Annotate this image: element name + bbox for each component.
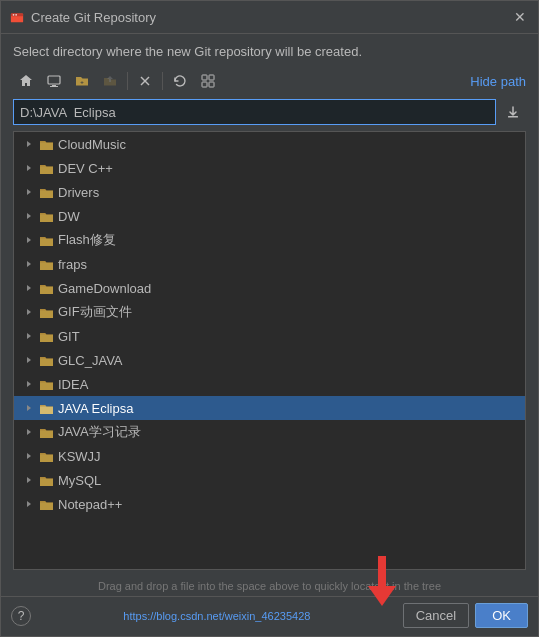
tree-item[interactable]: JAVA Eclipsa — [14, 396, 525, 420]
drag-hint: Drag and drop a file into the space abov… — [13, 576, 526, 596]
folder-icon — [38, 376, 54, 392]
folder-icon — [38, 136, 54, 152]
close-button[interactable]: ✕ — [510, 7, 530, 27]
folder-icon — [38, 328, 54, 344]
chevron-icon — [22, 377, 36, 391]
toolbar-separator-2 — [162, 72, 163, 90]
tree-item[interactable]: DEV C++ — [14, 156, 525, 180]
chevron-icon — [22, 161, 36, 175]
svg-point-2 — [13, 14, 15, 16]
bottom-bar: ? https://blog.csdn.net/weixin_46235428 … — [1, 596, 538, 636]
tree-item-label: JAVA Eclipsa — [58, 401, 133, 416]
tree-item-label: IDEA — [58, 377, 88, 392]
tree-item[interactable]: GIF动画文件 — [14, 300, 525, 324]
chevron-icon — [22, 401, 36, 415]
folder-icon — [38, 304, 54, 320]
download-button[interactable] — [500, 99, 526, 125]
chevron-icon — [22, 473, 36, 487]
tree-item[interactable]: DW — [14, 204, 525, 228]
path-row — [13, 99, 526, 125]
chevron-icon — [22, 305, 36, 319]
dialog-title: Create Git Repository — [31, 10, 510, 25]
chevron-icon — [22, 329, 36, 343]
chevron-icon — [22, 209, 36, 223]
toolbar: + — [13, 69, 526, 93]
chevron-icon — [22, 137, 36, 151]
tree-item[interactable]: CloudMusic — [14, 132, 525, 156]
tree-item-label: DEV C++ — [58, 161, 113, 176]
home-button[interactable] — [13, 69, 39, 93]
tree-item-label: Flash修复 — [58, 231, 116, 249]
folder-icon — [38, 160, 54, 176]
chevron-icon — [22, 233, 36, 247]
tree-item[interactable]: fraps — [14, 252, 525, 276]
tree-item[interactable]: GLC_JAVA — [14, 348, 525, 372]
chevron-icon — [22, 353, 36, 367]
tree-item[interactable]: GameDownload — [14, 276, 525, 300]
folder-icon — [38, 400, 54, 416]
tree-item-label: CloudMusic — [58, 137, 126, 152]
svg-rect-11 — [209, 75, 214, 80]
tree-item[interactable]: KSWJJ — [14, 444, 525, 468]
help-button[interactable]: ? — [11, 606, 31, 626]
dialog-description: Select directory where the new Git repos… — [13, 44, 526, 59]
tree-item-label: GLC_JAVA — [58, 353, 123, 368]
drag-hint-area: Drag and drop a file into the space abov… — [13, 576, 526, 596]
chevron-icon — [22, 449, 36, 463]
arrow-shaft — [378, 556, 386, 586]
dialog-body: Select directory where the new Git repos… — [1, 34, 538, 596]
folder-icon — [38, 472, 54, 488]
tree-item-label: GIT — [58, 329, 80, 344]
url-link[interactable]: https://blog.csdn.net/weixin_46235428 — [31, 610, 403, 622]
svg-point-3 — [15, 14, 17, 16]
tree-item-label: fraps — [58, 257, 87, 272]
folder-up-button[interactable] — [97, 69, 123, 93]
tree-item[interactable]: Notepad++ — [14, 492, 525, 516]
folder-icon — [38, 352, 54, 368]
file-tree[interactable]: CloudMusic DEV C++ Drivers DW Flash修复 fr… — [13, 131, 526, 570]
tree-item-label: GameDownload — [58, 281, 151, 296]
folder-icon — [38, 424, 54, 440]
svg-rect-14 — [508, 116, 518, 118]
tree-item-label: MySQL — [58, 473, 101, 488]
chevron-icon — [22, 281, 36, 295]
create-git-repository-dialog: Create Git Repository ✕ Select directory… — [0, 0, 539, 637]
svg-rect-4 — [48, 76, 60, 84]
folder-icon — [38, 184, 54, 200]
svg-rect-12 — [202, 82, 207, 87]
tree-item-label: Drivers — [58, 185, 99, 200]
svg-text:+: + — [80, 79, 84, 85]
path-input[interactable] — [13, 99, 496, 125]
desktop-button[interactable] — [41, 69, 67, 93]
arrow-indicator — [368, 556, 396, 606]
cancel-button[interactable]: Cancel — [403, 603, 469, 628]
folder-icon — [38, 232, 54, 248]
tree-item-label: DW — [58, 209, 80, 224]
folder-icon — [38, 496, 54, 512]
arrow-head — [368, 586, 396, 606]
chevron-icon — [22, 185, 36, 199]
delete-button[interactable] — [132, 69, 158, 93]
folder-icon — [38, 280, 54, 296]
tree-item[interactable]: Drivers — [14, 180, 525, 204]
chevron-icon — [22, 497, 36, 511]
folder-icon — [38, 448, 54, 464]
expand-button[interactable] — [195, 69, 221, 93]
tree-item[interactable]: MySQL — [14, 468, 525, 492]
tree-item[interactable]: Flash修复 — [14, 228, 525, 252]
refresh-button[interactable] — [167, 69, 193, 93]
tree-item[interactable]: IDEA — [14, 372, 525, 396]
dialog-icon — [9, 9, 25, 25]
chevron-icon — [22, 425, 36, 439]
new-folder-button[interactable]: + — [69, 69, 95, 93]
tree-item-label: Notepad++ — [58, 497, 122, 512]
svg-rect-6 — [50, 86, 58, 87]
folder-icon — [38, 208, 54, 224]
svg-rect-10 — [202, 75, 207, 80]
hide-path-link[interactable]: Hide path — [470, 74, 526, 89]
tree-item-label: JAVA学习记录 — [58, 423, 141, 441]
tree-item[interactable]: GIT — [14, 324, 525, 348]
tree-item[interactable]: JAVA学习记录 — [14, 420, 525, 444]
folder-icon — [38, 256, 54, 272]
ok-button[interactable]: OK — [475, 603, 528, 628]
